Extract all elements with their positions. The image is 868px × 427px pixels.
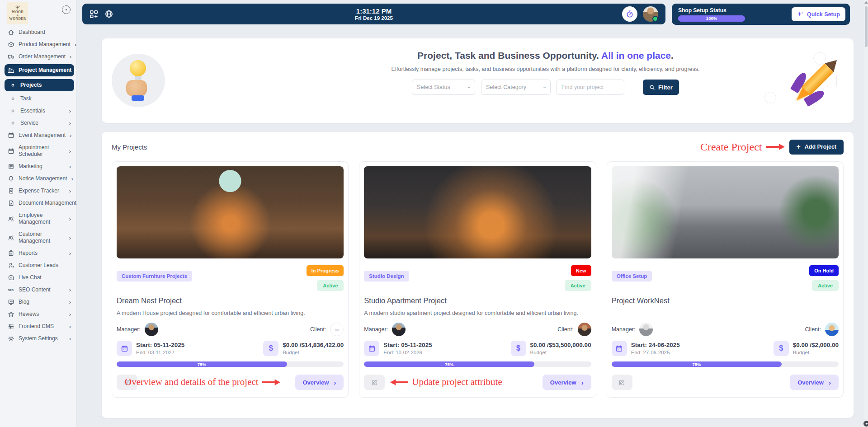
manager-label: Manager: [612, 326, 636, 333]
sidebar-item-label: Service [20, 120, 65, 127]
sidebar-item-label: Reviews [19, 311, 65, 318]
sidebar-item-expense-tracker[interactable]: Expense Tracker› [5, 185, 74, 197]
project-title: Project WorkNest [612, 296, 839, 305]
filter-row: Select Status› Select Category› Filter [337, 80, 754, 95]
chevron-right-icon: › [70, 132, 71, 138]
logo-text-bottom: WONDER [9, 17, 26, 21]
chevron-right-icon: › [69, 311, 71, 317]
scroll-down-arrow[interactable] [863, 421, 868, 427]
sidebar-item-label: System Settings [19, 335, 65, 342]
category-select[interactable]: Select Category› [481, 80, 551, 95]
sidebar-item-order-management[interactable]: Order Management› [5, 51, 74, 63]
project-card: Office Setup On Hold Active Project Work… [607, 161, 844, 398]
sidebar-item-system-settings[interactable]: System Settings› [5, 333, 74, 345]
truck-icon [8, 53, 14, 60]
status-badge: On Hold [809, 265, 839, 276]
chevron-right-icon: › [69, 235, 71, 241]
chevron-right-icon: › [69, 148, 71, 154]
annotation-create-project: Create Project [700, 141, 785, 153]
globe-icon[interactable] [104, 9, 113, 19]
sidebar-item-customer-management[interactable]: Customer Management› [5, 228, 74, 247]
edit-project-button[interactable] [612, 375, 632, 390]
overview-button[interactable]: Overview› [295, 375, 344, 390]
sidebar-item-essentials[interactable]: Essentials› [5, 105, 74, 117]
calendar-icon [612, 341, 627, 356]
sidebar-item-product-management[interactable]: Product Management› [5, 38, 74, 51]
shop-setup-title: Shop Setup Status [678, 7, 745, 14]
sidebar-item-event-management[interactable]: Event Management› [5, 129, 74, 141]
brand-logo: WOOD & WONDER [7, 2, 28, 24]
sidebar-item-blog[interactable]: Blog› [5, 296, 74, 308]
bullet-icon [9, 108, 16, 113]
hero-banner: Project, Task and Business Opportunity. … [102, 38, 854, 123]
client-avatar [578, 323, 591, 336]
client-label: Client: [557, 326, 573, 333]
overview-button[interactable]: Overview› [790, 375, 839, 390]
sidebar-collapse-button[interactable] [62, 5, 71, 14]
quick-setup-label: Quick Setup [807, 11, 840, 18]
chevron-right-icon: › [69, 287, 71, 293]
chevron-down-icon: › [541, 86, 548, 88]
sidebar-item-live-chat[interactable]: Live Chat [5, 272, 74, 284]
sidebar-item-projects[interactable]: Projects [5, 79, 74, 91]
sidebar-item-label: Marketing [19, 163, 65, 170]
progress-bar: 75% [117, 361, 344, 367]
edit-project-button[interactable] [117, 375, 137, 390]
sidebar-item-dashboard[interactable]: Dashboard [5, 26, 74, 38]
sidebar-item-document-management[interactable]: Document Management [5, 197, 74, 209]
progress-fill: 75% [612, 361, 782, 367]
quick-setup-button[interactable]: Quick Setup [792, 7, 845, 21]
sidebar-item-notice-management[interactable]: Notice Management› [5, 173, 74, 185]
budget-value: $0.00 /$2,000.00 [793, 342, 839, 348]
project-search-input[interactable] [557, 80, 624, 95]
sidebar-item-marketing[interactable]: Marketing› [5, 160, 74, 173]
manager-avatar [639, 323, 653, 336]
sidebar-item-appointment-scheduler[interactable]: Appointment Scheduler› [5, 141, 74, 160]
sidebar-item-employee-management[interactable]: Employee Management› [5, 209, 74, 228]
sidebar-item-customer-leads[interactable]: Customer Leads [5, 259, 74, 272]
sidebar-item-reviews[interactable]: Reviews› [5, 308, 74, 320]
project-title: Studio Apartment Project [364, 296, 591, 305]
marketing-icon [8, 163, 14, 170]
scroll-up-arrow[interactable] [864, 1, 868, 4]
edit-project-button[interactable] [364, 375, 385, 390]
overview-button[interactable]: Overview› [542, 375, 591, 390]
search-icon [649, 84, 655, 90]
clock-time: 1:31:12 PM [82, 7, 665, 15]
sidebar-item-reports[interactable]: Reports› [5, 247, 74, 259]
budget-value: $0.00 /$14,836,422.00 [283, 342, 344, 348]
page-scrollbar[interactable] [864, 0, 868, 427]
sidebar-item-label: Appointment Scheduler [19, 144, 65, 158]
timer-button[interactable] [622, 6, 637, 22]
bullet-icon [9, 83, 16, 88]
sidebar-item-seo-content[interactable]: SEO SEO Content› [5, 284, 74, 296]
sidebar-item-service[interactable]: Service› [5, 117, 74, 129]
status-select[interactable]: Select Status› [412, 80, 475, 95]
arrow-right-icon [766, 143, 785, 150]
sidebar-item-label: Projects [20, 82, 71, 89]
start-date: Start: 05-11-2025 [136, 342, 184, 348]
chevron-right-icon: › [70, 54, 71, 60]
sidebar-item-label: Task [20, 95, 71, 102]
calendar-icon [117, 341, 132, 356]
shop-setup-progress-fill: 100% [678, 15, 745, 22]
add-project-button[interactable]: + Add Project [789, 140, 844, 155]
sidebar-item-project-management[interactable]: Project Management› [5, 64, 74, 76]
budget-value: $0.00 /$53,500,000.00 [530, 342, 591, 348]
topbar: 1:31:12 PM Fri Dec 19 2025 [82, 4, 665, 24]
rocket-pencil-illustration [759, 42, 847, 119]
filter-button[interactable]: Filter [643, 80, 679, 95]
end-date: End: 10-02-2026 [383, 350, 432, 355]
sidebar-item-frontend-cms[interactable]: Frontend CMS› [5, 320, 74, 333]
bullet-icon [9, 121, 16, 126]
user-avatar[interactable] [643, 6, 658, 22]
scrollbar-thumb[interactable] [865, 6, 868, 47]
sidebar-item-label: Expense Tracker [19, 188, 65, 194]
apps-grid-icon[interactable] [90, 10, 98, 19]
sidebar-item-task[interactable]: Task [5, 93, 74, 105]
chevron-right-icon: › [71, 176, 73, 182]
sidebar-item-label: Frontend CMS [19, 323, 65, 330]
calendar-icon [8, 132, 14, 139]
active-badge: Active [565, 280, 591, 291]
users-icon [8, 216, 14, 222]
